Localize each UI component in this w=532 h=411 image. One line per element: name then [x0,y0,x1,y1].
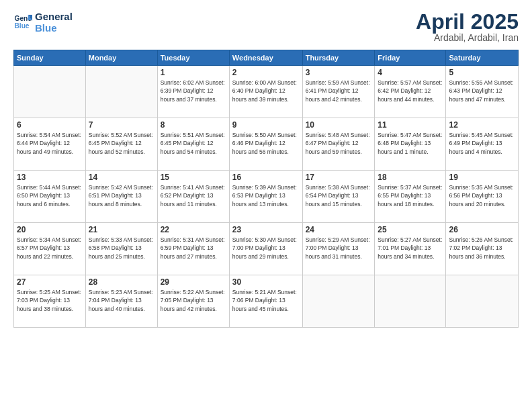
week-row-4: 20Sunrise: 5:34 AM Sunset: 6:57 PM Dayli… [14,223,519,275]
day-number: 20 [17,225,83,234]
day-number: 18 [378,173,443,182]
day-info: Sunrise: 5:30 AM Sunset: 7:00 PM Dayligh… [232,236,300,261]
title-block: April 2025 Ardabil, Ardabil, Iran [416,11,519,43]
day-info: Sunrise: 5:22 AM Sunset: 7:05 PM Dayligh… [161,288,226,313]
day-number: 23 [232,225,300,234]
day-info: Sunrise: 5:54 AM Sunset: 6:44 PM Dayligh… [17,131,83,156]
header-cell-monday: Monday [85,50,157,66]
day-info: Sunrise: 5:45 AM Sunset: 6:49 PM Dayligh… [449,131,515,156]
calendar: SundayMondayTuesdayWednesdayThursdayFrid… [13,50,519,328]
day-info: Sunrise: 5:31 AM Sunset: 6:59 PM Dayligh… [161,236,226,261]
day-cell: 4Sunrise: 5:57 AM Sunset: 6:42 PM Daylig… [375,66,446,118]
day-cell: 17Sunrise: 5:38 AM Sunset: 6:54 PM Dayli… [302,171,375,223]
day-cell: 23Sunrise: 5:30 AM Sunset: 7:00 PM Dayli… [229,223,302,275]
day-number: 15 [161,173,226,182]
day-info: Sunrise: 5:39 AM Sunset: 6:53 PM Dayligh… [232,183,300,208]
logo-line1: General [35,11,73,22]
day-info: Sunrise: 5:41 AM Sunset: 6:52 PM Dayligh… [161,183,226,208]
day-cell: 2Sunrise: 6:00 AM Sunset: 6:40 PM Daylig… [229,66,302,118]
day-info: Sunrise: 5:57 AM Sunset: 6:42 PM Dayligh… [378,79,443,103]
day-cell: 6Sunrise: 5:54 AM Sunset: 6:44 PM Daylig… [14,118,86,171]
page: General Blue General Blue April 2025 Ard… [0,0,532,411]
header-cell-thursday: Thursday [302,50,375,66]
day-cell: 5Sunrise: 5:55 AM Sunset: 6:43 PM Daylig… [446,66,519,118]
day-number: 11 [378,120,443,130]
day-info: Sunrise: 5:48 AM Sunset: 6:47 PM Dayligh… [306,131,372,156]
header-row: SundayMondayTuesdayWednesdayThursdayFrid… [14,50,519,66]
day-cell [85,66,157,118]
day-cell: 14Sunrise: 5:42 AM Sunset: 6:51 PM Dayli… [85,171,157,223]
day-cell: 9Sunrise: 5:50 AM Sunset: 6:46 PM Daylig… [229,118,302,171]
day-number: 27 [17,277,83,287]
day-cell: 20Sunrise: 5:34 AM Sunset: 6:57 PM Dayli… [14,223,86,275]
day-info: Sunrise: 5:34 AM Sunset: 6:57 PM Dayligh… [17,236,83,261]
day-number: 2 [232,68,300,77]
day-info: Sunrise: 5:51 AM Sunset: 6:45 PM Dayligh… [161,131,226,156]
day-cell: 7Sunrise: 5:52 AM Sunset: 6:45 PM Daylig… [85,118,157,171]
day-cell: 13Sunrise: 5:44 AM Sunset: 6:50 PM Dayli… [14,171,86,223]
day-number: 7 [89,120,154,130]
day-cell: 22Sunrise: 5:31 AM Sunset: 6:59 PM Dayli… [157,223,229,275]
svg-text:Blue: Blue [15,23,30,30]
day-number: 1 [161,68,226,77]
day-info: Sunrise: 5:33 AM Sunset: 6:58 PM Dayligh… [89,236,154,261]
main-title: April 2025 [416,11,519,32]
day-cell: 8Sunrise: 5:51 AM Sunset: 6:45 PM Daylig… [157,118,229,171]
day-cell: 10Sunrise: 5:48 AM Sunset: 6:47 PM Dayli… [302,118,375,171]
day-info: Sunrise: 6:00 AM Sunset: 6:40 PM Dayligh… [232,79,300,103]
header-cell-friday: Friday [375,50,446,66]
day-cell: 21Sunrise: 5:33 AM Sunset: 6:58 PM Dayli… [85,223,157,275]
week-row-5: 27Sunrise: 5:25 AM Sunset: 7:03 PM Dayli… [14,275,519,328]
week-row-2: 6Sunrise: 5:54 AM Sunset: 6:44 PM Daylig… [14,118,519,171]
logo-line2: Blue [35,22,73,34]
day-cell: 28Sunrise: 5:23 AM Sunset: 7:04 PM Dayli… [85,275,157,328]
day-cell: 18Sunrise: 5:37 AM Sunset: 6:55 PM Dayli… [375,171,446,223]
day-number: 22 [161,225,226,234]
day-number: 13 [17,173,83,182]
day-info: Sunrise: 5:37 AM Sunset: 6:55 PM Dayligh… [378,183,443,208]
day-cell: 29Sunrise: 5:22 AM Sunset: 7:05 PM Dayli… [157,275,229,328]
week-row-3: 13Sunrise: 5:44 AM Sunset: 6:50 PM Dayli… [14,171,519,223]
day-cell: 11Sunrise: 5:47 AM Sunset: 6:48 PM Dayli… [375,118,446,171]
day-info: Sunrise: 5:35 AM Sunset: 6:56 PM Dayligh… [449,183,515,208]
header-cell-sunday: Sunday [14,50,86,66]
day-number: 10 [306,120,372,130]
day-info: Sunrise: 5:21 AM Sunset: 7:06 PM Dayligh… [232,288,300,313]
day-number: 30 [232,277,300,287]
day-cell [302,275,375,328]
logo: General Blue General Blue [13,11,73,34]
day-number: 14 [89,173,154,182]
day-info: Sunrise: 5:27 AM Sunset: 7:01 PM Dayligh… [378,236,443,261]
header: General Blue General Blue April 2025 Ard… [13,11,519,43]
day-number: 29 [161,277,226,287]
day-cell: 15Sunrise: 5:41 AM Sunset: 6:52 PM Dayli… [157,171,229,223]
day-number: 24 [306,225,372,234]
day-info: Sunrise: 5:55 AM Sunset: 6:43 PM Dayligh… [449,79,515,103]
day-info: Sunrise: 5:44 AM Sunset: 6:50 PM Dayligh… [17,183,83,208]
week-row-1: 1Sunrise: 6:02 AM Sunset: 6:39 PM Daylig… [14,66,519,118]
day-info: Sunrise: 5:52 AM Sunset: 6:45 PM Dayligh… [89,131,154,156]
day-info: Sunrise: 5:47 AM Sunset: 6:48 PM Dayligh… [378,131,443,156]
day-number: 4 [378,68,443,77]
day-cell: 19Sunrise: 5:35 AM Sunset: 6:56 PM Dayli… [446,171,519,223]
day-number: 8 [161,120,226,130]
header-cell-saturday: Saturday [446,50,519,66]
day-number: 26 [449,225,515,234]
day-info: Sunrise: 5:42 AM Sunset: 6:51 PM Dayligh… [89,183,154,208]
day-number: 5 [449,68,515,77]
day-number: 3 [306,68,372,77]
day-number: 28 [89,277,154,287]
day-number: 9 [232,120,300,130]
day-number: 25 [378,225,443,234]
day-cell [14,66,86,118]
day-cell: 30Sunrise: 5:21 AM Sunset: 7:06 PM Dayli… [229,275,302,328]
day-cell: 25Sunrise: 5:27 AM Sunset: 7:01 PM Dayli… [375,223,446,275]
day-number: 19 [449,173,515,182]
day-number: 17 [306,173,372,182]
day-cell: 12Sunrise: 5:45 AM Sunset: 6:49 PM Dayli… [446,118,519,171]
day-cell [375,275,446,328]
subtitle: Ardabil, Ardabil, Iran [416,32,519,43]
day-cell: 3Sunrise: 5:59 AM Sunset: 6:41 PM Daylig… [302,66,375,118]
day-info: Sunrise: 5:26 AM Sunset: 7:02 PM Dayligh… [449,236,515,261]
day-cell: 16Sunrise: 5:39 AM Sunset: 6:53 PM Dayli… [229,171,302,223]
